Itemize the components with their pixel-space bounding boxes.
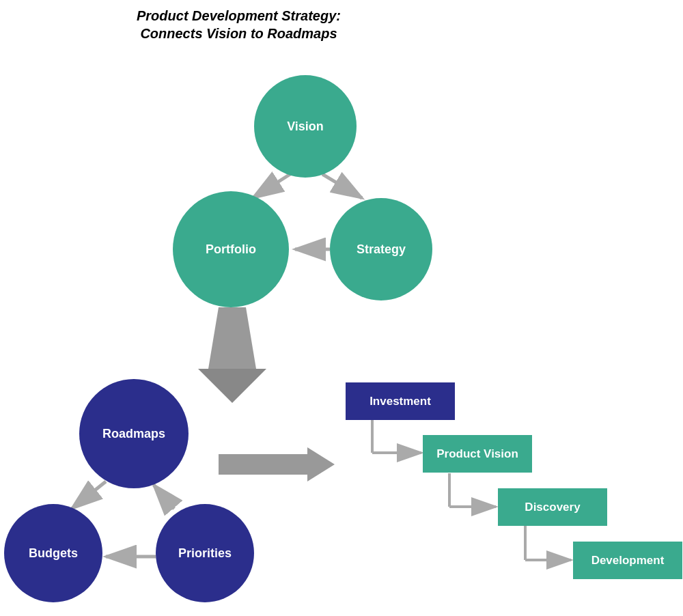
development-rect: Development [573, 542, 682, 579]
product-vision-rect: Product Vision [423, 435, 532, 473]
svg-line-2 [253, 174, 290, 198]
discovery-rect: Discovery [498, 488, 607, 526]
portfolio-circle: Portfolio [173, 191, 289, 307]
svg-marker-6 [198, 369, 266, 403]
svg-marker-5 [208, 307, 256, 369]
investment-rect: Investment [346, 382, 455, 420]
diagram-container: Product Development Strategy: Connects V… [0, 0, 683, 616]
roadmaps-circle: Roadmaps [79, 379, 189, 488]
strategy-circle: Strategy [330, 198, 432, 300]
svg-marker-10 [219, 447, 335, 481]
svg-line-8 [154, 485, 174, 509]
svg-line-7 [72, 481, 106, 509]
budgets-circle: Budgets [4, 504, 102, 602]
svg-line-3 [322, 174, 362, 198]
page-title: Product Development Strategy: Connects V… [137, 7, 341, 42]
vision-circle: Vision [254, 75, 357, 178]
priorities-circle: Priorities [156, 504, 254, 602]
